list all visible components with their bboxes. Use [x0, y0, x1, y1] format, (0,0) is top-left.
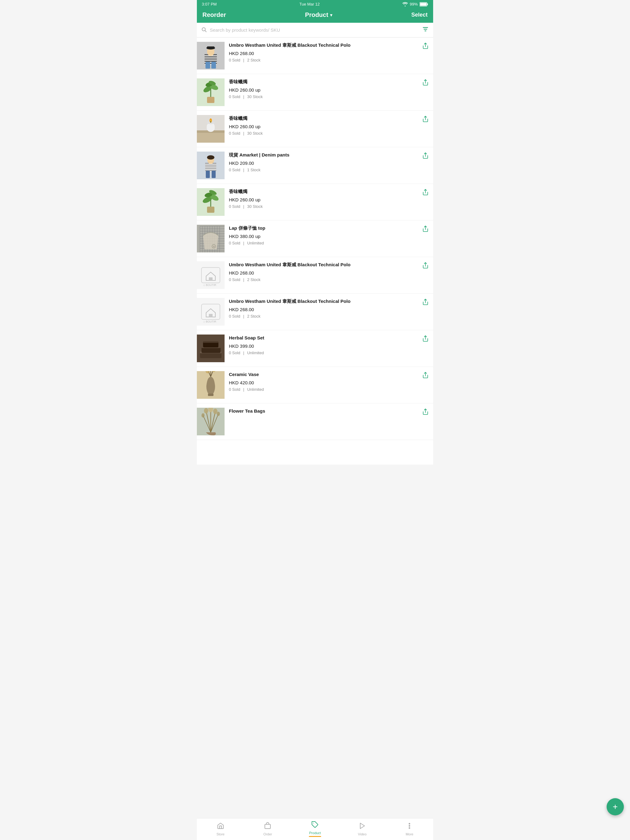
product-name: 現貨 Amarket | Denim pants	[229, 152, 418, 158]
product-name: Herbal Soap Set	[229, 335, 418, 341]
sold-count: 0 Sold	[229, 131, 240, 136]
product-item[interactable]: 香味蠟燭HKD 260.00 up0 Sold | 30 Stock	[197, 111, 433, 147]
product-item[interactable]: Ceramic VaseHKD 420.000 Sold | Unlimited	[197, 367, 433, 403]
product-meta: 0 Sold | 2 Stock	[229, 314, 418, 319]
active-indicator	[309, 836, 321, 837]
product-image	[197, 335, 225, 362]
stock-count: Unlimited	[247, 351, 264, 355]
nav-product[interactable]: Product	[291, 821, 339, 837]
tag-icon	[311, 821, 319, 830]
product-item[interactable]: + Lap 併條子恤 topHKD 380.00 up0 Sold | Unli…	[197, 221, 433, 257]
product-meta: 0 Sold | 30 Stock	[229, 204, 418, 209]
stock-count: 2 Stock	[247, 314, 260, 319]
sold-count: 0 Sold	[229, 351, 240, 355]
svg-rect-13	[204, 61, 217, 62]
dots-icon	[406, 822, 413, 831]
nav-order-label: Order	[263, 832, 272, 836]
product-item[interactable]: 現貨 Amarket | Denim pantsHKD 209.000 Sold…	[197, 147, 433, 184]
share-button[interactable]	[422, 408, 429, 417]
nav-video[interactable]: Video	[339, 822, 386, 836]
share-button[interactable]	[422, 262, 429, 270]
status-right: 99%	[402, 2, 428, 6]
sold-count: 0 Sold	[229, 314, 240, 319]
nav-store[interactable]: Store	[197, 822, 244, 836]
share-button[interactable]	[422, 152, 429, 161]
nav-more-label: More	[406, 832, 413, 836]
svg-rect-48	[212, 171, 216, 178]
product-name: Ceramic Vase	[229, 371, 418, 377]
product-image	[197, 188, 225, 216]
svg-rect-17	[207, 46, 214, 49]
share-button[interactable]	[422, 79, 429, 87]
share-button[interactable]	[422, 225, 429, 234]
share-button[interactable]	[422, 43, 429, 51]
svg-point-46	[207, 155, 214, 159]
share-button[interactable]	[422, 335, 429, 343]
nav-more[interactable]: More	[386, 822, 433, 836]
search-bar	[197, 23, 433, 38]
product-price: HKD 260.00 up	[229, 124, 418, 129]
product-image	[197, 408, 225, 435]
product-image	[197, 152, 225, 179]
product-info: 香味蠟燭HKD 260.00 up0 Sold | 30 Stock	[229, 78, 429, 99]
filter-icon[interactable]	[422, 26, 429, 34]
share-button[interactable]	[422, 189, 429, 197]
stock-count: 1 Stock	[247, 167, 260, 172]
product-name: Flower Tea Bags	[229, 408, 418, 414]
product-price: HKD 380.00 up	[229, 234, 418, 239]
separator: |	[242, 277, 245, 282]
product-item[interactable]: Umbro Westham United 韋斯咸 Blackout Techni…	[197, 38, 433, 74]
product-item[interactable]: ⌂ BOUTIR Umbro Westham United 韋斯咸 Blacko…	[197, 294, 433, 330]
product-selector[interactable]: Product ▾	[305, 11, 332, 19]
separator: |	[242, 314, 245, 319]
product-name: Umbro Westham United 韋斯咸 Blackout Techni…	[229, 298, 418, 305]
product-name: Umbro Westham United 韋斯咸 Blackout Techni…	[229, 42, 418, 48]
wifi-icon	[402, 2, 408, 6]
stock-count: Unlimited	[247, 241, 264, 245]
nav-product-label: Product	[309, 831, 321, 835]
share-button[interactable]	[422, 372, 429, 380]
product-item[interactable]: 香味蠟燭HKD 260.00 up0 Sold | 30 Stock	[197, 184, 433, 221]
product-price: HKD 268.00	[229, 307, 418, 312]
svg-rect-18	[206, 62, 210, 69]
share-button[interactable]	[422, 298, 429, 307]
svg-rect-11	[204, 56, 217, 57]
svg-point-126	[409, 825, 410, 826]
svg-point-119	[201, 413, 204, 418]
search-icon	[201, 27, 207, 33]
product-price: HKD 260.00 up	[229, 197, 418, 202]
svg-rect-99	[203, 341, 218, 343]
svg-rect-85	[209, 277, 212, 280]
product-list: Umbro Westham United 韋斯咸 Blackout Techni…	[197, 38, 433, 464]
svg-point-120	[217, 412, 220, 416]
product-meta: 0 Sold | Unlimited	[229, 387, 418, 392]
svg-rect-2	[420, 3, 426, 6]
sold-count: 0 Sold	[229, 387, 240, 392]
svg-rect-1	[427, 3, 428, 5]
svg-line-4	[205, 30, 206, 32]
product-image	[197, 42, 225, 69]
svg-rect-51	[207, 207, 214, 213]
product-info: 現貨 Amarket | Denim pantsHKD 209.000 Sold…	[229, 152, 429, 172]
product-meta: 0 Sold | 2 Stock	[229, 58, 418, 62]
bag-icon	[264, 822, 271, 831]
nav-order[interactable]: Order	[244, 822, 291, 836]
product-name: 香味蠟燭	[229, 115, 418, 122]
product-meta: 0 Sold | 1 Stock	[229, 167, 418, 172]
product-info: Herbal Soap SetHKD 399.000 Sold | Unlimi…	[229, 335, 429, 355]
product-item[interactable]: ⌂ BOUTIR Umbro Westham United 韋斯咸 Blacko…	[197, 257, 433, 294]
search-input[interactable]	[210, 27, 419, 33]
product-info: 香味蠟燭HKD 260.00 up0 Sold | 30 Stock	[229, 188, 429, 209]
product-image: ⌂ BOUTIR	[197, 261, 225, 289]
svg-text:⌂ BOUTIR: ⌂ BOUTIR	[203, 320, 216, 323]
select-button[interactable]: Select	[411, 12, 427, 18]
svg-point-116	[204, 408, 208, 414]
product-name: Umbro Westham United 韋斯咸 Blackout Techni…	[229, 261, 418, 268]
separator: |	[242, 58, 245, 62]
product-price: HKD 268.00	[229, 51, 418, 56]
product-item[interactable]: Flower Tea Bags	[197, 403, 433, 440]
reorder-button[interactable]: Reorder	[203, 11, 226, 19]
product-item[interactable]: 香味蠟燭HKD 260.00 up0 Sold | 30 Stock	[197, 74, 433, 111]
share-button[interactable]	[422, 115, 429, 124]
product-item[interactable]: Herbal Soap SetHKD 399.000 Sold | Unlimi…	[197, 330, 433, 367]
